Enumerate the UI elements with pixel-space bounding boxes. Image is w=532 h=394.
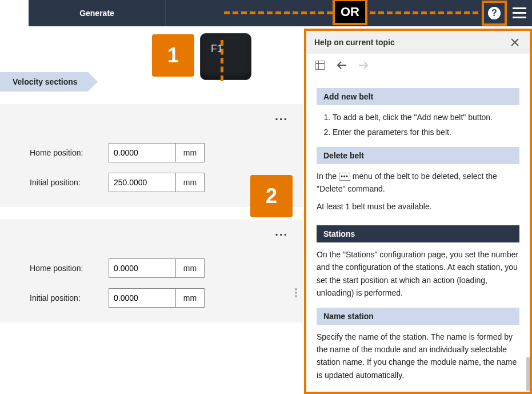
unit-label: mm: [176, 143, 205, 162]
field-row: Home position: mm: [0, 258, 303, 278]
field-row: Home position: mm: [0, 143, 303, 162]
svg-text:?: ?: [491, 8, 497, 18]
help-subheading: Add new belt: [317, 88, 519, 105]
help-subheading: Delete belt: [317, 147, 519, 164]
field-label: Initial position:: [0, 178, 109, 187]
list-item: To add a belt, click the "Add new belt" …: [333, 111, 519, 124]
callout-connector-vertical: [221, 40, 225, 81]
home-position-input[interactable]: [109, 143, 176, 162]
left-column: 1 F1 Velocity sections ... Home position…: [0, 26, 303, 394]
help-paragraph: On the "Stations" configuration page, yo…: [317, 248, 519, 300]
help-toolbar: [306, 54, 530, 77]
breadcrumb[interactable]: Velocity sections: [0, 72, 88, 91]
svg-rect-4: [513, 17, 526, 18]
help-panel-title: Help on current topic: [314, 38, 395, 47]
svg-rect-2: [513, 7, 526, 9]
back-button[interactable]: [336, 59, 347, 71]
callout-badge-2: 2: [250, 175, 293, 217]
card-menu-button[interactable]: ...: [275, 225, 288, 238]
field-label: Initial position:: [0, 293, 109, 303]
arrow-right-icon: [358, 61, 369, 69]
text: In the: [317, 172, 339, 181]
svg-rect-3: [513, 12, 526, 14]
unit-label: mm: [176, 258, 205, 278]
help-paragraph: In the ••• menu of the belt to be delete…: [317, 170, 519, 196]
help-content[interactable]: Add new belt To add a belt, click the "A…: [306, 77, 530, 392]
svg-rect-7: [315, 61, 325, 70]
toc-button[interactable]: [314, 59, 326, 71]
initial-position-input[interactable]: [109, 288, 176, 308]
generate-button[interactable]: Generate: [29, 0, 166, 26]
initial-position-input[interactable]: [109, 173, 176, 192]
f1-key: F1: [200, 33, 251, 80]
close-icon: [511, 38, 519, 46]
help-panel-title-bar: Help on current topic: [306, 31, 530, 54]
home-position-input[interactable]: [109, 258, 176, 278]
help-paragraph: Specify the name of the station. The nam…: [317, 331, 519, 382]
list-item: Enter the parameters for this belt.: [333, 126, 519, 138]
or-badge: OR: [333, 0, 367, 25]
help-button[interactable]: ?: [482, 1, 507, 26]
help-icon: ?: [487, 6, 501, 20]
unit-label: mm: [176, 173, 205, 192]
help-paragraph: At least 1 belt must be available.: [317, 200, 519, 213]
help-steps-list: To add a belt, click the "Add new belt" …: [333, 111, 519, 139]
field-label: Home position:: [0, 148, 109, 157]
card-menu-button[interactable]: ...: [275, 110, 288, 123]
field-row: Initial position: mm: [0, 288, 303, 308]
hamburger-button[interactable]: [507, 0, 532, 26]
toc-icon: [315, 61, 325, 70]
generate-label: Generate: [79, 9, 114, 18]
ellipsis-icon: •••: [339, 173, 350, 181]
close-button[interactable]: [508, 35, 522, 49]
help-subheading: Name station: [317, 308, 519, 325]
field-label: Home position:: [0, 264, 109, 273]
scrollbar-thumb[interactable]: [526, 357, 530, 391]
help-panel: Help on current topic: [304, 29, 532, 394]
callout-badge-1: 1: [152, 34, 194, 77]
hamburger-icon: [513, 7, 526, 19]
blank-corner: [0, 0, 29, 26]
forward-button: [358, 59, 369, 71]
property-card: ... Home position: mm Initial position: …: [0, 220, 303, 323]
unit-label: mm: [176, 288, 205, 308]
top-bar: Generate ? OR: [0, 0, 532, 26]
breadcrumb-label: Velocity sections: [13, 77, 78, 86]
help-heading: Stations: [317, 225, 519, 242]
splitter-handle[interactable]: [295, 288, 297, 297]
arrow-left-icon: [337, 61, 347, 69]
